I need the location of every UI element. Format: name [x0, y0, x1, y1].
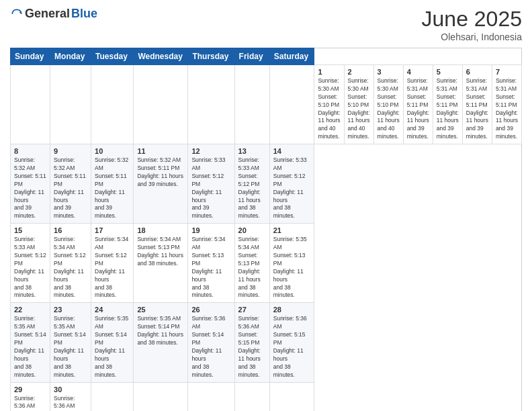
- day-number: 2: [348, 68, 370, 76]
- calendar-cell: [188, 382, 234, 411]
- calendar-cell: 5 Sunrise: 5:31 AMSunset: 5:11 PMDayligh…: [433, 65, 462, 144]
- day-number: 21: [273, 226, 311, 234]
- day-info: Sunrise: 5:35 AMSunset: 5:14 PMDaylight:…: [14, 315, 46, 379]
- calendar-cell: 22 Sunrise: 5:35 AMSunset: 5:14 PMDaylig…: [11, 303, 50, 382]
- calendar-week-1: 1 Sunrise: 5:30 AMSunset: 5:10 PMDayligh…: [11, 65, 522, 144]
- logo: General Blue: [10, 7, 97, 21]
- day-info: Sunrise: 5:35 AMSunset: 5:14 PMDaylight:…: [95, 315, 130, 379]
- day-number: 16: [54, 226, 87, 234]
- calendar-week-5: 29 Sunrise: 5:36 AMSunset: 5:15 PMDaylig…: [11, 382, 522, 411]
- weekday-header-wednesday: Wednesday: [134, 48, 188, 65]
- calendar-cell: 28 Sunrise: 5:36 AMSunset: 5:15 PMDaylig…: [269, 303, 314, 382]
- day-number: 12: [191, 147, 230, 155]
- calendar-cell: 27 Sunrise: 5:36 AMSunset: 5:15 PMDaylig…: [234, 303, 269, 382]
- calendar-week-3: 15 Sunrise: 5:33 AMSunset: 5:12 PMDaylig…: [11, 224, 522, 303]
- calendar-week-4: 22 Sunrise: 5:35 AMSunset: 5:14 PMDaylig…: [11, 303, 522, 382]
- title-block: June 2025 Olehsari, Indonesia: [422, 7, 522, 42]
- calendar-cell: [234, 382, 269, 411]
- day-info: Sunrise: 5:34 AMSunset: 5:12 PMDaylight:…: [95, 236, 130, 300]
- calendar-cell: 18 Sunrise: 5:34 AMSunset: 5:13 PMDaylig…: [134, 224, 188, 303]
- day-info: Sunrise: 5:32 AMSunset: 5:11 PMDaylight:…: [95, 156, 130, 220]
- calendar-cell: [269, 65, 314, 144]
- day-number: 1: [318, 68, 340, 76]
- calendar-cell: [50, 65, 91, 144]
- calendar-table: SundayMondayTuesdayWednesdayThursdayFrid…: [10, 48, 522, 411]
- calendar-cell: 1 Sunrise: 5:30 AMSunset: 5:10 PMDayligh…: [314, 65, 344, 144]
- calendar-cell: 23 Sunrise: 5:35 AMSunset: 5:14 PMDaylig…: [50, 303, 91, 382]
- day-info: Sunrise: 5:36 AMSunset: 5:15 PMDaylight:…: [54, 395, 87, 412]
- day-number: 26: [191, 306, 230, 314]
- weekday-header-monday: Monday: [50, 48, 91, 65]
- day-info: Sunrise: 5:30 AMSunset: 5:10 PMDaylight:…: [318, 77, 340, 141]
- calendar-cell: 19 Sunrise: 5:34 AMSunset: 5:13 PMDaylig…: [188, 224, 234, 303]
- day-number: 20: [238, 226, 266, 234]
- logo-icon: [10, 7, 24, 21]
- calendar-cell: 10 Sunrise: 5:32 AMSunset: 5:11 PMDaylig…: [91, 144, 134, 224]
- calendar-cell: [134, 65, 188, 144]
- weekday-header-sunday: Sunday: [11, 48, 50, 65]
- calendar-cell: [234, 65, 269, 144]
- day-info: Sunrise: 5:31 AMSunset: 5:11 PMDaylight:…: [407, 77, 429, 141]
- day-info: Sunrise: 5:32 AMSunset: 5:11 PMDaylight:…: [54, 156, 87, 220]
- day-info: Sunrise: 5:34 AMSunset: 5:13 PMDaylight:…: [238, 236, 266, 300]
- calendar-cell: 15 Sunrise: 5:33 AMSunset: 5:12 PMDaylig…: [11, 224, 50, 303]
- calendar-cell: 30 Sunrise: 5:36 AMSunset: 5:15 PMDaylig…: [50, 382, 91, 411]
- calendar-header-row: SundayMondayTuesdayWednesdayThursdayFrid…: [11, 48, 522, 65]
- day-info: Sunrise: 5:35 AMSunset: 5:14 PMDaylight:…: [54, 315, 87, 379]
- day-info: Sunrise: 5:33 AMSunset: 5:12 PMDaylight:…: [14, 236, 46, 300]
- day-number: 24: [95, 306, 130, 314]
- logo-blue-text: Blue: [71, 7, 97, 21]
- calendar-cell: [134, 382, 188, 411]
- day-number: 10: [95, 147, 130, 155]
- day-info: Sunrise: 5:33 AMSunset: 5:12 PMDaylight:…: [238, 156, 266, 220]
- header: General Blue June 2025 Olehsari, Indones…: [10, 7, 522, 42]
- day-number: 19: [191, 226, 230, 234]
- day-info: Sunrise: 5:30 AMSunset: 5:10 PMDaylight:…: [378, 77, 400, 141]
- day-number: 28: [273, 306, 311, 314]
- day-number: 22: [14, 306, 46, 314]
- calendar-cell: 21 Sunrise: 5:35 AMSunset: 5:13 PMDaylig…: [269, 224, 314, 303]
- calendar-cell: 29 Sunrise: 5:36 AMSunset: 5:15 PMDaylig…: [11, 382, 50, 411]
- calendar-cell: [11, 65, 50, 144]
- day-info: Sunrise: 5:35 AMSunset: 5:13 PMDaylight:…: [273, 236, 311, 300]
- day-number: 7: [496, 68, 518, 76]
- day-number: 14: [273, 147, 311, 155]
- logo-general-text: General: [25, 7, 70, 21]
- day-info: Sunrise: 5:32 AMSunset: 5:11 PMDaylight:…: [137, 156, 184, 189]
- calendar-cell: 8 Sunrise: 5:32 AMSunset: 5:11 PMDayligh…: [11, 144, 50, 224]
- calendar-cell: 4 Sunrise: 5:31 AMSunset: 5:11 PMDayligh…: [403, 65, 433, 144]
- calendar-cell: 16 Sunrise: 5:34 AMSunset: 5:12 PMDaylig…: [50, 224, 91, 303]
- day-info: Sunrise: 5:36 AMSunset: 5:15 PMDaylight:…: [238, 315, 266, 379]
- day-info: Sunrise: 5:36 AMSunset: 5:15 PMDaylight:…: [14, 395, 46, 412]
- calendar-cell: 24 Sunrise: 5:35 AMSunset: 5:14 PMDaylig…: [91, 303, 134, 382]
- day-number: 13: [238, 147, 266, 155]
- day-number: 11: [137, 147, 184, 155]
- day-info: Sunrise: 5:31 AMSunset: 5:11 PMDaylight:…: [466, 77, 488, 141]
- day-number: 8: [14, 147, 46, 155]
- calendar-cell: 11 Sunrise: 5:32 AMSunset: 5:11 PMDaylig…: [134, 144, 188, 224]
- day-info: Sunrise: 5:34 AMSunset: 5:13 PMDaylight:…: [191, 236, 230, 300]
- calendar-cell: [269, 382, 314, 411]
- day-info: Sunrise: 5:36 AMSunset: 5:14 PMDaylight:…: [191, 315, 230, 379]
- day-number: 30: [54, 385, 87, 394]
- day-info: Sunrise: 5:34 AMSunset: 5:12 PMDaylight:…: [54, 236, 87, 300]
- day-info: Sunrise: 5:31 AMSunset: 5:11 PMDaylight:…: [437, 77, 459, 141]
- calendar-cell: 20 Sunrise: 5:34 AMSunset: 5:13 PMDaylig…: [234, 224, 269, 303]
- weekday-header-tuesday: Tuesday: [91, 48, 134, 65]
- day-number: 27: [238, 306, 266, 314]
- day-info: Sunrise: 5:33 AMSunset: 5:12 PMDaylight:…: [191, 156, 230, 220]
- calendar-cell: 7 Sunrise: 5:31 AMSunset: 5:11 PMDayligh…: [492, 65, 521, 144]
- calendar-cell: 26 Sunrise: 5:36 AMSunset: 5:14 PMDaylig…: [188, 303, 234, 382]
- day-number: 6: [466, 68, 488, 76]
- day-number: 3: [378, 68, 400, 76]
- title-month: June 2025: [422, 7, 522, 32]
- calendar-cell: 9 Sunrise: 5:32 AMSunset: 5:11 PMDayligh…: [50, 144, 91, 224]
- calendar-cell: [91, 382, 134, 411]
- day-info: Sunrise: 5:31 AMSunset: 5:11 PMDaylight:…: [496, 77, 518, 141]
- calendar-cell: 25 Sunrise: 5:35 AMSunset: 5:14 PMDaylig…: [134, 303, 188, 382]
- calendar-cell: 13 Sunrise: 5:33 AMSunset: 5:12 PMDaylig…: [234, 144, 269, 224]
- calendar-week-2: 8 Sunrise: 5:32 AMSunset: 5:11 PMDayligh…: [11, 144, 522, 224]
- day-number: 25: [137, 306, 184, 314]
- calendar-cell: 17 Sunrise: 5:34 AMSunset: 5:12 PMDaylig…: [91, 224, 134, 303]
- calendar-cell: [91, 65, 134, 144]
